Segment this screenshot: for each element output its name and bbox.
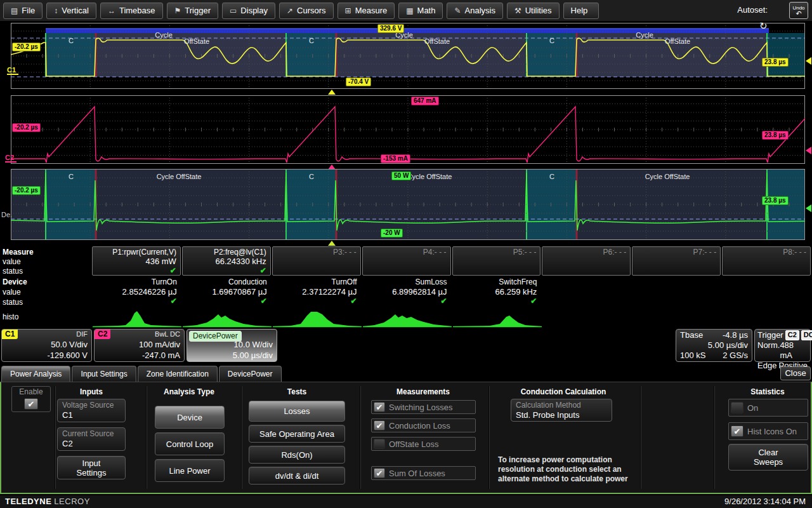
c2-tab: C2 bbox=[95, 330, 110, 339]
menu-timebase[interactable]: ↔Timebase bbox=[100, 3, 163, 19]
tbase-label: Tbase bbox=[680, 330, 703, 340]
tab-input-settings[interactable]: Input Settings bbox=[72, 366, 136, 382]
dvdt-didt-button[interactable]: dv/dt & di/dt bbox=[249, 467, 345, 485]
menu-vertical-label: Vertical bbox=[62, 6, 89, 15]
trigger-box[interactable]: TriggerC2DC Norm.488 mA EdgePositive bbox=[754, 329, 811, 362]
power-channel-label[interactable]: De. bbox=[1, 211, 12, 218]
histogram-turnon bbox=[93, 309, 181, 328]
devicepower-descriptor-box[interactable]: DevicePower 10.0 W/div 5.00 µs/div bbox=[187, 329, 277, 362]
clear-sweeps-button[interactable]: ClearSweeps bbox=[728, 444, 808, 471]
menu-measure[interactable]: ⊞Measure bbox=[337, 3, 395, 19]
tab-zone-identification[interactable]: Zone Identification bbox=[138, 366, 218, 382]
horizontal-arrows-icon: ↔ bbox=[108, 6, 115, 15]
sum-of-losses-row[interactable]: Sum Of Losses bbox=[371, 466, 476, 480]
undo-button[interactable]: Undo↶ bbox=[789, 2, 808, 19]
current-source-button[interactable]: Current Source C2 bbox=[57, 427, 126, 451]
measure-cell-p3[interactable]: P3:- - - bbox=[272, 246, 361, 276]
conduction-loss-checkbox[interactable] bbox=[374, 420, 385, 431]
c2-trigger-level-marker[interactable] bbox=[806, 147, 811, 154]
input-settings-button[interactable]: InputSettings bbox=[57, 456, 126, 479]
c2-channel-label[interactable]: C2 bbox=[5, 154, 16, 163]
inputs-header: Inputs bbox=[80, 387, 103, 396]
menu-math-label: Math bbox=[417, 6, 436, 15]
voltage-source-button[interactable]: Voltage Source C1 bbox=[57, 399, 126, 422]
conduction-note: To increase power computation resolution… bbox=[498, 455, 628, 484]
c2-right-time-label: 23.8 µs bbox=[762, 131, 789, 140]
power-level-marker[interactable] bbox=[806, 204, 811, 212]
tbase-rate: 2 GS/s bbox=[723, 351, 748, 361]
enable-control[interactable]: Enable bbox=[11, 386, 51, 412]
conduction-calculation-header: Conduction Calculation bbox=[521, 387, 606, 396]
statistics-on-row[interactable]: On bbox=[728, 399, 808, 417]
tbase-scale: 5.00 µs/div bbox=[708, 340, 748, 351]
c2-offset: -247.0 mA bbox=[142, 351, 180, 360]
c2-top-value-label: 647 mA bbox=[411, 97, 439, 105]
sum-of-losses-checkbox[interactable] bbox=[374, 468, 385, 478]
menu-utilities-label: Utilities bbox=[525, 6, 552, 15]
c1-descriptor-box[interactable]: C1 DIF 50.0 V/div -129.600 V bbox=[1, 329, 92, 362]
offstate-loss-checkbox[interactable] bbox=[374, 439, 385, 449]
timebase-box[interactable]: Tbase-4.8 µs 5.00 µs/div 100 kS2 GS/s bbox=[676, 329, 752, 362]
conduction-loss-row[interactable]: Conduction Loss bbox=[371, 418, 476, 432]
calculation-method-button[interactable]: Calculation Method Std. Probe Inputs bbox=[511, 399, 612, 422]
trigger-time-marker[interactable] bbox=[328, 90, 336, 95]
tools-icon: ⚒ bbox=[514, 6, 521, 15]
menu-vertical[interactable]: ↕Vertical bbox=[46, 3, 96, 19]
menu-analysis[interactable]: ✎Analysis bbox=[447, 3, 502, 19]
refresh-icon[interactable]: ↻ bbox=[759, 20, 768, 32]
dialog-tab-bar: Power Analysis Input Settings Zone Ident… bbox=[1, 366, 282, 382]
c1-right-time-label: 23.8 µs bbox=[762, 58, 789, 67]
measure-grid-icon: ⊞ bbox=[345, 6, 351, 15]
hist-icons-row[interactable]: Hist Icons On bbox=[728, 422, 808, 440]
measure-cell-p8[interactable]: P8:- - - bbox=[722, 246, 811, 276]
c1-channel-label[interactable]: C1 bbox=[7, 66, 18, 75]
flag-icon: ⚑ bbox=[174, 6, 181, 15]
measure-cell-p5[interactable]: P5:- - - bbox=[452, 246, 541, 276]
menu-file[interactable]: ▤File bbox=[3, 3, 43, 19]
offstate-loss-row[interactable]: OffState Loss bbox=[371, 437, 476, 451]
switching-losses-row[interactable]: Switching Losses bbox=[371, 400, 476, 414]
trigger-time-marker[interactable] bbox=[328, 241, 336, 246]
device-col-sumloss: SumLoss 6.89962814 µJ ✔ bbox=[362, 277, 452, 307]
device-button[interactable]: Device bbox=[155, 406, 225, 429]
tab-power-analysis[interactable]: Power Analysis bbox=[1, 366, 70, 382]
tab-devicepower[interactable]: DevicePower bbox=[219, 366, 282, 382]
safe-operating-area-button[interactable]: Safe Operating Area bbox=[249, 425, 345, 443]
menu-help-label: Help bbox=[571, 6, 588, 15]
zone-label-c: C bbox=[549, 37, 554, 44]
tests-header: Tests bbox=[287, 387, 306, 396]
trigger-label: Trigger bbox=[757, 330, 783, 340]
measure-cell-p7[interactable]: P7:- - - bbox=[632, 246, 721, 276]
hist-icons-checkbox[interactable] bbox=[731, 425, 743, 437]
switching-losses-checkbox[interactable] bbox=[374, 402, 385, 412]
zone-label-c: C bbox=[309, 173, 314, 180]
cursor-arrow-icon: ↗ bbox=[287, 6, 293, 15]
menu-timebase-label: Timebase bbox=[119, 6, 155, 15]
device-col-turnon: TurnOn 2.85246226 µJ ✔ bbox=[92, 277, 182, 307]
statistics-on-checkbox[interactable] bbox=[731, 402, 743, 413]
power-top-value-label: 50 W bbox=[391, 171, 411, 180]
rds-on-button[interactable]: Rds(On) bbox=[249, 446, 345, 464]
menu-utilities[interactable]: ⚒Utilities bbox=[507, 3, 560, 19]
enable-checkbox[interactable] bbox=[24, 398, 38, 410]
measure-cell-p1[interactable]: P1:rpwr(Current,V) 436 mW ✔ bbox=[92, 246, 181, 276]
menu-trigger[interactable]: ⚑Trigger bbox=[167, 3, 218, 19]
control-loop-button[interactable]: Control Loop bbox=[155, 432, 225, 455]
measure-cell-p6[interactable]: P6:- - - bbox=[542, 246, 631, 276]
zone-label-offstate: OffState bbox=[424, 37, 450, 45]
c2-descriptor-box[interactable]: C2 BwL DC 100 mA/div -247.0 mA bbox=[94, 329, 185, 362]
menu-cursors[interactable]: ↗Cursors bbox=[279, 3, 334, 19]
measure-cell-p4[interactable]: P4:- - - bbox=[362, 246, 451, 276]
line-power-button[interactable]: Line Power bbox=[155, 459, 225, 482]
c2-scale: 100 mA/div bbox=[139, 340, 180, 349]
c2-bottom-value-label: -153 mA bbox=[381, 154, 410, 163]
measure-cell-p2[interactable]: P2:freq@lv(C1) 66.24330 kHz ✔ bbox=[182, 246, 271, 276]
c1-level-marker[interactable] bbox=[806, 57, 811, 65]
menu-display[interactable]: ▭Display bbox=[222, 3, 275, 19]
losses-button[interactable]: Losses bbox=[249, 401, 345, 422]
menu-math[interactable]: ▦Math bbox=[398, 3, 443, 19]
menu-help[interactable]: Help bbox=[563, 3, 599, 19]
datetime: 9/26/2012 3:14:04 PM bbox=[724, 497, 806, 506]
waveform-grid-c1: Cycle Cycle Cycle OffState OffState OffS… bbox=[11, 23, 805, 89]
close-button[interactable]: Close bbox=[780, 366, 811, 380]
